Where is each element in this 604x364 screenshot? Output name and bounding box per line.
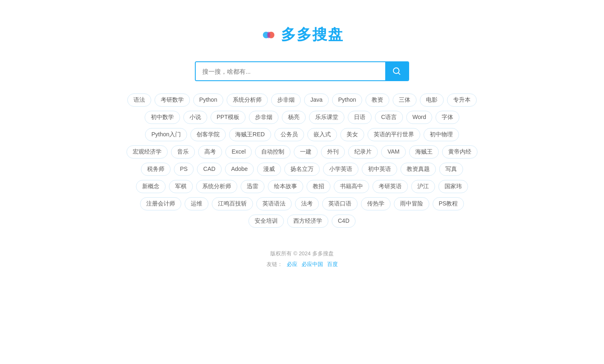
tags-container: 语法考研数学Python系统分析师步非烟JavaPython教资三体电影专升本初… bbox=[117, 93, 487, 228]
tag-item[interactable]: 步非烟 bbox=[271, 93, 301, 107]
tag-item[interactable]: 小说 bbox=[183, 111, 207, 124]
logo-icon bbox=[260, 27, 277, 43]
tag-item[interactable]: 三体 bbox=[393, 93, 417, 107]
tag-item[interactable]: 高考 bbox=[198, 145, 222, 159]
tag-item[interactable]: 初中数学 bbox=[145, 111, 180, 124]
tag-item[interactable]: Python bbox=[193, 93, 224, 107]
footer: 版权所有 © 2024 多多搜盘 友链： 必应必应中国百度 bbox=[267, 248, 338, 270]
tag-item[interactable]: 江鸣百技斩 bbox=[212, 197, 253, 210]
tag-item[interactable]: 宏观经济学 bbox=[126, 145, 168, 159]
tag-item[interactable]: 步非烟 bbox=[249, 111, 279, 124]
tag-item[interactable]: Java bbox=[304, 93, 329, 107]
tag-item[interactable]: 系统分析师 bbox=[227, 93, 268, 107]
logo-text: 多多搜盘 bbox=[281, 25, 344, 45]
tag-item[interactable]: 传热学 bbox=[361, 197, 391, 210]
tag-item[interactable]: Python bbox=[332, 93, 363, 107]
tag-item[interactable]: PPT模板 bbox=[211, 111, 246, 124]
tag-item[interactable]: 考研数学 bbox=[155, 93, 190, 107]
tag-item[interactable]: 嵌入式 bbox=[307, 128, 337, 141]
tag-item[interactable]: 英语的平行世界 bbox=[368, 128, 420, 141]
search-input[interactable] bbox=[196, 62, 385, 80]
tag-item[interactable]: 英语口语 bbox=[322, 197, 358, 210]
logo-area: 多多搜盘 bbox=[260, 25, 344, 45]
tag-item[interactable]: 注册会计师 bbox=[140, 197, 181, 210]
footer-links-label: 友链： bbox=[267, 259, 283, 270]
tag-item[interactable]: 黄帝内经 bbox=[442, 145, 478, 159]
search-button[interactable] bbox=[385, 62, 408, 80]
tag-item[interactable]: 自动控制 bbox=[255, 145, 290, 159]
main-container: 多多搜盘 语法考研数学Python系统分析师步非烟JavaPython教资三体电… bbox=[0, 0, 604, 270]
tag-item[interactable]: C语言 bbox=[375, 111, 403, 124]
tag-item[interactable]: 教资 bbox=[365, 93, 389, 107]
tag-item[interactable]: 考研英语 bbox=[372, 180, 408, 193]
tag-item[interactable]: 公务员 bbox=[274, 128, 304, 141]
svg-point-2 bbox=[267, 32, 270, 38]
tag-item[interactable]: 系统分析师 bbox=[196, 180, 237, 193]
tag-item[interactable]: 初中物理 bbox=[424, 128, 459, 141]
tag-item[interactable]: 专升本 bbox=[447, 93, 477, 107]
tag-item[interactable]: 纪录片 bbox=[348, 145, 378, 159]
tag-item[interactable]: Word bbox=[406, 111, 432, 124]
tag-item[interactable]: 电影 bbox=[420, 93, 444, 107]
tag-item[interactable]: C4D bbox=[332, 215, 356, 228]
tag-item[interactable]: 海贼王RED bbox=[229, 128, 271, 141]
tag-item[interactable]: 日语 bbox=[348, 111, 372, 124]
tag-item[interactable]: 英语语法 bbox=[256, 197, 292, 210]
tag-item[interactable]: 雨中冒险 bbox=[394, 197, 429, 210]
footer-link[interactable]: 必应 bbox=[287, 259, 297, 270]
tag-item[interactable]: 教资真题 bbox=[400, 163, 436, 176]
tag-item[interactable]: PS教程 bbox=[433, 197, 464, 210]
tag-item[interactable]: CAD bbox=[197, 163, 222, 176]
tag-item[interactable]: 美女 bbox=[340, 128, 364, 141]
tag-item[interactable]: 漫威 bbox=[257, 163, 281, 176]
tag-item[interactable]: 安全培训 bbox=[248, 215, 284, 228]
footer-link[interactable]: 必应中国 bbox=[302, 259, 323, 270]
tag-item[interactable]: 军棋 bbox=[169, 180, 193, 193]
tag-item[interactable]: 税务师 bbox=[141, 163, 171, 176]
tag-item[interactable]: 扬名立万 bbox=[284, 163, 320, 176]
tag-item[interactable]: 国家玮 bbox=[438, 180, 468, 193]
tag-item[interactable]: Python入门 bbox=[145, 128, 187, 141]
tag-item[interactable]: 字体 bbox=[435, 111, 459, 124]
search-bar bbox=[195, 61, 409, 81]
tag-item[interactable]: 杨亮 bbox=[282, 111, 306, 124]
tag-item[interactable]: Adobe bbox=[225, 163, 254, 176]
tag-item[interactable]: 书籍高中 bbox=[334, 180, 369, 193]
tag-item[interactable]: 音乐 bbox=[171, 145, 195, 159]
tag-item[interactable]: VAM bbox=[381, 145, 405, 159]
tag-item[interactable]: 小学英语 bbox=[323, 163, 358, 176]
footer-links: 友链： 必应必应中国百度 bbox=[267, 259, 338, 270]
tag-item[interactable]: 乐乐课堂 bbox=[309, 111, 344, 124]
tag-item[interactable]: 语法 bbox=[127, 93, 151, 107]
tag-item[interactable]: 法考 bbox=[295, 197, 319, 210]
tag-item[interactable]: 新概念 bbox=[136, 180, 166, 193]
copyright-text: 版权所有 © 2024 多多搜盘 bbox=[267, 248, 338, 259]
search-icon bbox=[392, 67, 401, 76]
tag-item[interactable]: 绘本故事 bbox=[268, 180, 303, 193]
tag-item[interactable]: 海贼王 bbox=[409, 145, 439, 159]
tag-item[interactable]: PS bbox=[174, 163, 194, 176]
tag-item[interactable]: 运维 bbox=[185, 197, 208, 210]
tag-item[interactable]: 沪江 bbox=[411, 180, 435, 193]
tag-item[interactable]: 一建 bbox=[294, 145, 318, 159]
footer-link[interactable]: 百度 bbox=[327, 259, 338, 270]
tag-item[interactable]: 迅雷 bbox=[241, 180, 265, 193]
footer-links-list: 必应必应中国百度 bbox=[287, 259, 338, 270]
tag-item[interactable]: Excel bbox=[225, 145, 252, 159]
tag-item[interactable]: 外刊 bbox=[321, 145, 345, 159]
tag-item[interactable]: 教招 bbox=[307, 180, 330, 193]
tag-item[interactable]: 初中英语 bbox=[362, 163, 397, 176]
tag-item[interactable]: 西方经济学 bbox=[287, 215, 328, 228]
tag-item[interactable]: 创客学院 bbox=[190, 128, 226, 141]
tag-item[interactable]: 写真 bbox=[439, 163, 463, 176]
